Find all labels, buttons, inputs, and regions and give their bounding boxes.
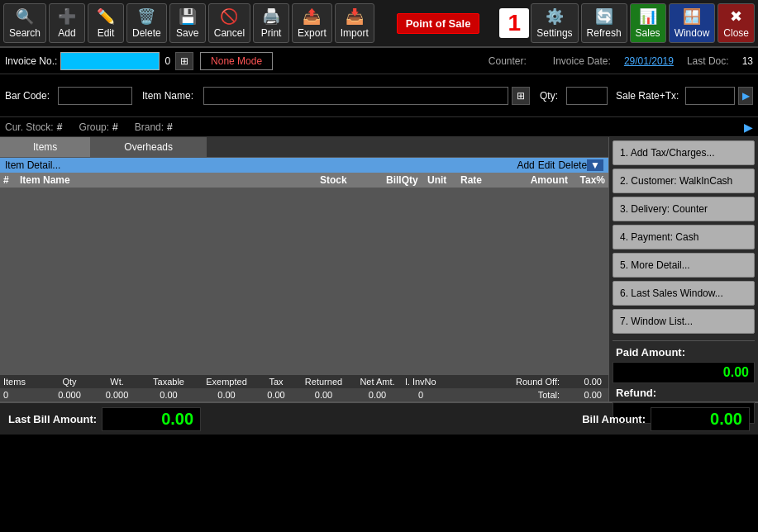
main-content: Items Overheads Item Detail... Add Edit …: [0, 137, 758, 401]
tab-items[interactable]: Items: [0, 137, 91, 157]
items-dropdown-button[interactable]: ▼: [587, 159, 603, 171]
col-tax-pct: Tax%: [568, 174, 605, 186]
settings-icon: ⚙️: [546, 7, 564, 26]
footer-tax-label: Tax: [255, 377, 297, 387]
footer-items-val: 0: [3, 390, 45, 400]
delivery-button[interactable]: 3. Delivery: Counter: [613, 197, 755, 221]
search-icon: 🔍: [16, 7, 34, 26]
more-detail-button[interactable]: 5. More Detail...: [613, 253, 755, 278]
paid-value: 0.00: [613, 362, 755, 383]
add-button[interactable]: ➕ Add: [49, 3, 85, 43]
footer-net-amt-val: 0.00: [350, 390, 404, 400]
edit-item-button[interactable]: Edit: [538, 159, 555, 171]
cur-stock-value: #: [57, 121, 63, 133]
close-icon: ✖: [730, 7, 742, 26]
footer-roundoff-val: 0.00: [560, 377, 605, 387]
item-grid-icon[interactable]: ⊞: [512, 87, 530, 105]
stock-row: Cur. Stock: # Group: # Brand: # ▶: [0, 117, 758, 137]
brand-value: #: [167, 121, 173, 133]
qty-label: Qty:: [540, 90, 563, 102]
sale-rate-input[interactable]: [685, 87, 735, 105]
add-icon: ➕: [58, 7, 76, 26]
footer-labels: Items Qty Wt. Taxable Exempted Tax Retur…: [0, 373, 608, 401]
forward-button[interactable]: ▶: [744, 121, 753, 134]
col-bill-qty: BillQty: [386, 174, 427, 186]
column-headers: # Item Name Stock BillQty Unit Rate Amou…: [0, 173, 608, 188]
items-table-area: Item Detail... Add Edit Delete ▼ # Item …: [0, 158, 608, 373]
last-bill-label: Last Bill Amount:: [8, 413, 97, 425]
footer-wt-label: Wt.: [94, 377, 140, 387]
qty-input[interactable]: [566, 87, 608, 105]
col-rate: Rate: [460, 174, 510, 186]
last-doc-value: 13: [742, 55, 753, 67]
invoice-num: 0: [164, 55, 170, 67]
window-list-button[interactable]: 7. Window List...: [613, 309, 755, 334]
item-name-input[interactable]: [203, 87, 508, 105]
save-icon: 💾: [179, 7, 197, 26]
invoice-row: Invoice No.: 0 ⊞ None Mode Counter: Invo…: [0, 48, 758, 74]
invoice-date-value[interactable]: 29/01/2019: [624, 55, 674, 67]
barcode-row: Bar Code: Item Name: ⊞ Qty: Sale Rate+Tx…: [0, 74, 758, 117]
num-badge: 1: [499, 8, 529, 38]
footer-roundoff-label: Round Off:: [437, 377, 560, 387]
delete-button[interactable]: 🗑️ Delete: [126, 3, 167, 43]
mode-button[interactable]: None Mode: [200, 52, 273, 70]
sales-button[interactable]: 📊 Sales: [630, 3, 666, 43]
cur-stock-label: Cur. Stock:: [5, 121, 54, 133]
barcode-label: Bar Code:: [5, 90, 55, 102]
save-button[interactable]: 💾 Save: [169, 3, 206, 43]
item-name-label: Item Name:: [142, 90, 200, 102]
window-button[interactable]: 🪟 Window: [669, 3, 716, 43]
footer-qty-val: 0.000: [45, 390, 94, 400]
footer-tax-val: 0.00: [255, 390, 297, 400]
footer-net-amt-label: Net Amt.: [350, 377, 404, 387]
last-sales-window-button[interactable]: 6. Last Sales Window...: [613, 281, 755, 306]
sales-icon: 📊: [639, 7, 657, 26]
footer-invno-val: 0: [404, 390, 437, 400]
invoice-input[interactable]: [60, 52, 160, 70]
cancel-icon: 🚫: [220, 7, 238, 26]
arrow-button[interactable]: ▶: [738, 87, 753, 105]
footer-invno-label: l. InvNo: [404, 377, 437, 387]
delete-item-button[interactable]: Delete: [558, 159, 587, 171]
print-button[interactable]: 🖨️ Print: [253, 3, 289, 43]
footer-items-label: Items: [3, 377, 45, 387]
export-button[interactable]: 📤 Export: [292, 3, 332, 43]
item-detail-row: Item Detail... Add Edit Delete ▼: [0, 158, 608, 173]
barcode-input[interactable]: [58, 87, 132, 105]
right-buttons: ⚙️ Settings 🔄 Refresh 📊 Sales 🪟 Window ✖…: [531, 3, 755, 43]
refresh-button[interactable]: 🔄 Refresh: [581, 3, 627, 43]
group-value: #: [112, 121, 118, 133]
sale-rate-label: Sale Rate+Tx:: [616, 90, 682, 102]
counter-label: Counter:: [489, 55, 527, 67]
settings-button[interactable]: ⚙️ Settings: [531, 3, 578, 43]
add-item-button[interactable]: Add: [517, 159, 534, 171]
print-icon: 🖨️: [262, 7, 280, 26]
customer-button[interactable]: 2. Customer: WalkInCash: [613, 169, 755, 193]
footer-returned-label: Returned: [297, 377, 350, 387]
tab-bar: Items Overheads: [0, 137, 608, 158]
col-stock: Stock: [320, 174, 386, 186]
group-label: Group:: [79, 121, 109, 133]
add-tax-charges-button[interactable]: 1. Add Tax/Charges...: [613, 140, 755, 165]
footer-exempted-label: Exempted: [198, 377, 255, 387]
table-body: [0, 188, 608, 373]
import-button[interactable]: 📥 Import: [335, 3, 374, 43]
delete-icon: 🗑️: [137, 7, 155, 26]
footer-qty-label: Qty: [45, 377, 94, 387]
footer-taxable-val: 0.00: [140, 390, 198, 400]
cancel-button[interactable]: 🚫 Cancel: [208, 3, 250, 43]
toolbar: 🔍 Search ➕ Add ✏️ Edit 🗑️ Delete 💾 Save …: [0, 0, 758, 48]
col-hash: #: [3, 174, 20, 186]
tab-overheads[interactable]: Overheads: [91, 137, 207, 157]
edit-button[interactable]: ✏️ Edit: [88, 3, 124, 43]
invoice-grid-icon[interactable]: ⊞: [175, 52, 193, 70]
right-sidebar: 1. Add Tax/Charges... 2. Customer: WalkI…: [609, 137, 758, 401]
footer-exempted-val: 0.00: [198, 390, 255, 400]
close-button[interactable]: ✖ Close: [717, 3, 755, 43]
footer-taxable-label: Taxable: [140, 377, 198, 387]
refresh-icon: 🔄: [595, 7, 613, 26]
footer-wt-val: 0.000: [94, 390, 140, 400]
search-button[interactable]: 🔍 Search: [3, 3, 46, 43]
payment-button[interactable]: 4. Payment: Cash: [613, 225, 755, 249]
